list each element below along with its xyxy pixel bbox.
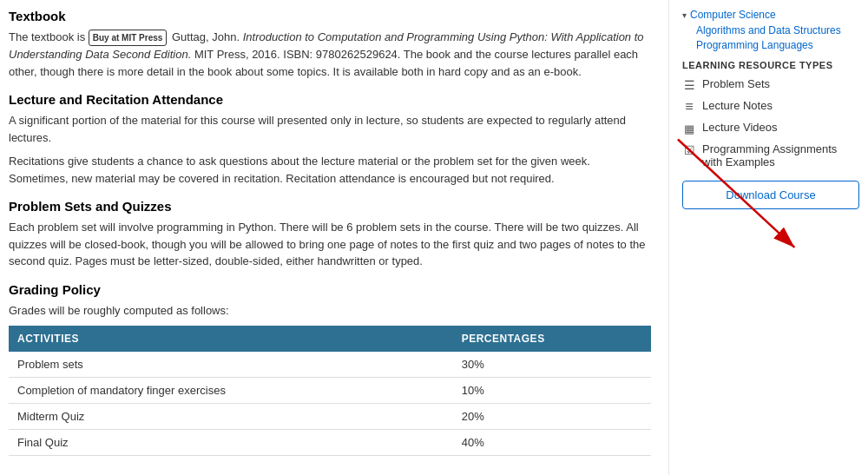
arrow-annotation: [669, 0, 868, 475]
resource-label: Lecture Notes: [702, 99, 773, 112]
textbook-description: The textbook is Buy at MIT Press Guttag,…: [9, 29, 651, 80]
resource-item[interactable]: Lecture Notes: [682, 99, 859, 114]
sidebar-tree: ▾ Computer Science Algorithms and Data S…: [682, 9, 859, 51]
tree-child-link-algorithms[interactable]: Algorithms and Data Structures: [696, 24, 841, 36]
activity-cell: Problem sets: [9, 352, 453, 378]
icon-lecture-notes-icon: [682, 100, 696, 114]
percentage-cell: 10%: [453, 378, 651, 404]
col-activities: ACTIVITIES: [9, 326, 453, 352]
activity-cell: Midterm Quiz: [9, 404, 453, 430]
textbook-heading: Textbook: [9, 9, 651, 23]
table-row: Final Quiz40%: [9, 430, 651, 456]
grading-intro: Grades will be roughly computed as follo…: [9, 302, 651, 320]
icon-problem-sets-icon: [682, 78, 696, 92]
chevron-down-icon: ▾: [682, 10, 687, 20]
grading-heading: Grading Policy: [9, 282, 651, 297]
tree-child-link-programming[interactable]: Programming Languages: [696, 39, 813, 51]
table-row: Completion of mandatory finger exercises…: [9, 378, 651, 404]
percentage-cell: 20%: [453, 404, 651, 430]
buy-badge: Buy at MIT Press: [89, 30, 168, 46]
download-course-button[interactable]: Download Course: [682, 181, 859, 209]
percentage-cell: 40%: [453, 430, 651, 456]
resources-list: Problem SetsLecture NotesLecture VideosP…: [682, 77, 859, 168]
problem-sets-text: Each problem set will involve programmin…: [9, 219, 651, 270]
main-content: Textbook The textbook is Buy at MIT Pres…: [0, 0, 668, 475]
activity-cell: Completion of mandatory finger exercises: [9, 378, 453, 404]
col-percentages: PERCENTAGES: [453, 326, 651, 352]
table-row: Midterm Quiz20%: [9, 404, 651, 430]
table-row: Problem sets30%: [9, 352, 651, 378]
icon-programming-icon: [682, 143, 696, 157]
icon-lecture-videos-icon: [682, 122, 696, 135]
resource-item[interactable]: Problem Sets: [682, 77, 859, 92]
lecture-heading: Lecture and Recitation Attendance: [9, 92, 651, 107]
tree-parent-label[interactable]: Computer Science: [690, 9, 776, 21]
lecture-para1: A significant portion of the material fo…: [9, 112, 651, 146]
problem-sets-heading: Problem Sets and Quizzes: [9, 199, 651, 214]
resource-item[interactable]: Programming Assignments with Examples: [682, 142, 859, 168]
resource-label: Lecture Videos: [702, 121, 778, 134]
grades-table: ACTIVITIES PERCENTAGES Problem sets30%Co…: [9, 326, 651, 456]
resource-label: Programming Assignments with Examples: [702, 142, 859, 168]
resource-label: Problem Sets: [702, 77, 770, 90]
sidebar: ▾ Computer Science Algorithms and Data S…: [668, 0, 868, 475]
tree-child-algorithms: Algorithms and Data Structures: [682, 24, 859, 36]
resource-item[interactable]: Lecture Videos: [682, 121, 859, 135]
percentage-cell: 30%: [453, 352, 651, 378]
lecture-para2: Recitations give students a chance to as…: [9, 153, 651, 187]
tree-parent: ▾ Computer Science: [682, 9, 859, 21]
tree-child-programming: Programming Languages: [682, 39, 859, 51]
resource-section-title: LEARNING RESOURCE TYPES: [682, 60, 859, 70]
activity-cell: Final Quiz: [9, 430, 453, 456]
